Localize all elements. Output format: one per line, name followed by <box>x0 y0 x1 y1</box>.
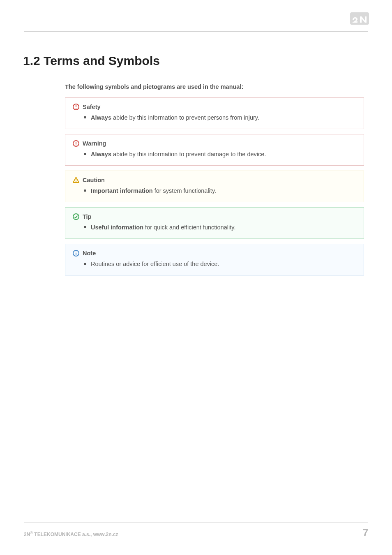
callout-text: for quick and efficient functionality. <box>143 224 235 231</box>
page-number: 7 <box>363 527 368 539</box>
callout-warning: Warning Always abide by this information… <box>65 134 364 166</box>
callout-bold: Always <box>91 151 111 157</box>
callout-bold: Always <box>91 114 111 121</box>
svg-rect-6 <box>76 145 76 146</box>
footer-company: 2N® TELEKOMUNIKACE a.s., www.2n.cz <box>24 531 118 537</box>
svg-rect-2 <box>76 105 76 107</box>
callout-title: Tip <box>83 213 91 220</box>
callout-bold: Important information <box>91 187 153 194</box>
svg-rect-3 <box>76 108 76 109</box>
callout-text: abide by this information to prevent per… <box>111 114 259 121</box>
page-footer: 2N® TELEKOMUNIKACE a.s., www.2n.cz 7 <box>24 523 368 539</box>
callout-title: Caution <box>83 177 105 183</box>
svg-point-9 <box>73 214 79 220</box>
info-circle-icon <box>73 250 79 257</box>
callout-caution: Caution Important information for system… <box>65 171 364 202</box>
footer-company-prefix: 2N <box>24 532 30 537</box>
alert-circle-icon <box>73 104 79 110</box>
footer-company-sup: ® <box>30 531 33 535</box>
page-heading: 1.2 Terms and Symbols <box>23 54 368 68</box>
warning-triangle-icon <box>73 177 79 183</box>
callout-item: Always abide by this information to prev… <box>91 113 357 122</box>
callout-tip: Tip Useful information for quick and eff… <box>65 207 364 239</box>
callout-text: abide by this information to prevent dam… <box>111 151 266 157</box>
svg-rect-12 <box>76 253 76 255</box>
footer-divider <box>24 523 368 523</box>
callout-title: Note <box>83 250 96 257</box>
brand-logo <box>350 12 369 25</box>
callout-title: Safety <box>83 104 101 110</box>
callout-bold: Useful information <box>91 224 143 231</box>
callout-item: Always abide by this information to prev… <box>91 150 357 159</box>
callout-list: Safety Always abide by this information … <box>65 97 364 275</box>
check-circle-icon <box>73 213 79 220</box>
callout-item: Useful information for quick and efficie… <box>91 223 357 232</box>
header-divider <box>24 31 368 32</box>
callout-note: Note Routines or advice for efficient us… <box>65 244 364 275</box>
callout-item: Routines or advice for efficient use of … <box>91 260 357 268</box>
svg-rect-7 <box>76 179 76 180</box>
svg-rect-11 <box>76 252 76 252</box>
alert-circle-icon <box>73 140 79 147</box>
callout-text: for system functionality. <box>153 187 216 194</box>
callout-item: Important information for system functio… <box>91 187 357 195</box>
callout-title: Warning <box>83 140 106 147</box>
callout-text: Routines or advice for efficient use of … <box>91 261 219 267</box>
svg-rect-5 <box>76 142 76 144</box>
callout-safety: Safety Always abide by this information … <box>65 97 364 129</box>
svg-rect-8 <box>76 181 76 182</box>
intro-text: The following symbols and pictograms are… <box>65 83 368 90</box>
footer-company-rest: TELEKOMUNIKACE a.s., www.2n.cz <box>33 532 118 537</box>
